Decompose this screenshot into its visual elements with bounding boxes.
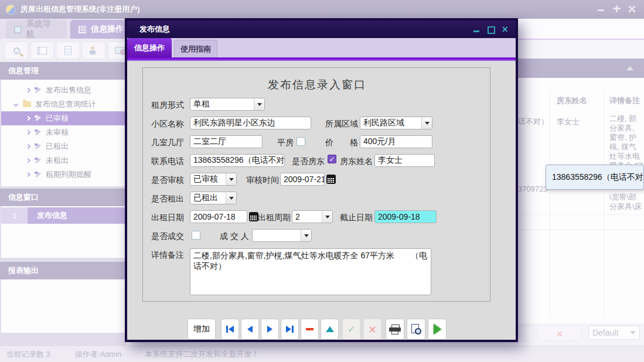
preview-icon [411, 324, 421, 334]
add-button[interactable]: 增加 [188, 319, 216, 340]
label-is-landlord: 是否房东 [292, 156, 325, 167]
calendar-icon[interactable] [326, 175, 336, 184]
previous-icon [247, 326, 253, 333]
rent-type-select[interactable]: 单租 [190, 98, 265, 111]
x-icon: × [368, 323, 376, 335]
label-dealer: 成 交 人 [220, 231, 249, 242]
bungalow-checkbox[interactable] [297, 137, 305, 146]
label-price: 价 格 [325, 138, 358, 148]
label-rent-type: 租房形式 [151, 100, 184, 111]
play-icon [434, 324, 441, 334]
dialog-titlebar: 发布信息 × [127, 21, 516, 38]
label-review-time: 审核时间 [246, 175, 279, 186]
up-triangle-icon [326, 326, 334, 332]
cancel-button[interactable]: × [363, 319, 381, 340]
dialog-title: 发布信息 [139, 24, 170, 35]
minus-icon [306, 328, 314, 330]
rented-select[interactable]: 已租出 [190, 192, 237, 204]
rooms-input[interactable]: 二室二厅 [190, 135, 263, 148]
price-input[interactable]: 400元/月 [360, 135, 432, 148]
remarks-textarea[interactable]: 二楼,部分家具,窗帘,护榥,煤气灶等水电暖齐全 67平方米 （电话不对） [190, 248, 431, 295]
dropdown-arrow-icon[interactable] [322, 211, 332, 223]
form-title: 发布信息录入窗口 [143, 77, 491, 93]
dropdown-arrow-icon[interactable] [254, 98, 264, 110]
reviewed-select[interactable]: 已审核 [190, 173, 237, 186]
landlord-name-input[interactable]: 李女士 [374, 154, 435, 167]
label-phone: 联系电话 [151, 156, 184, 167]
entry-form-panel: 发布信息录入窗口 租房形式 单租 小区名称 利民东路明星小区东边 所属区域 利民… [142, 67, 490, 302]
dialog-close-icon[interactable]: × [501, 26, 509, 33]
dialog-minimize-icon[interactable] [473, 26, 481, 33]
confirm-button[interactable]: ✓ [342, 319, 360, 340]
label-end-date: 截止日期 [340, 213, 373, 223]
next-icon [267, 326, 272, 333]
dialog-maximize-icon[interactable] [487, 26, 495, 33]
print-button[interactable] [386, 319, 404, 340]
phone-input[interactable]: 13863558296（电话不对） [190, 154, 285, 167]
dropdown-arrow-icon[interactable] [226, 173, 236, 185]
edit-record-button[interactable] [321, 319, 339, 340]
end-date-input[interactable]: 2009-09-18 [374, 210, 437, 223]
printer-icon [389, 325, 401, 334]
publish-info-dialog: 发布信息 × 信息操作 使用指南 发布信息录入窗口 租房形式 单租 小区名称 利… [125, 18, 518, 342]
phone-tooltip: 13863558296（电话不对） [546, 165, 644, 190]
last-record-button[interactable] [281, 319, 299, 340]
delete-record-button[interactable] [301, 319, 319, 340]
prev-record-button[interactable] [241, 319, 259, 340]
dialog-tab-guide[interactable]: 使用指南 [174, 40, 217, 57]
rent-date-input[interactable]: 2009-07-18 [190, 210, 247, 223]
dropdown-arrow-icon[interactable] [301, 230, 311, 241]
label-remarks: 详情备注 [151, 250, 184, 261]
first-icon [226, 326, 228, 333]
label-deal-done: 是否成交 [151, 231, 184, 242]
label-rooms: 几室几厅 [151, 138, 184, 148]
first-record-button[interactable] [221, 319, 239, 340]
label-region: 所属区域 [325, 119, 358, 129]
calendar-icon[interactable] [249, 212, 258, 221]
is-landlord-checkbox[interactable]: ✓ [328, 155, 336, 163]
community-input[interactable]: 利民东路明星小区东边 [190, 117, 311, 129]
check-icon: ✓ [347, 323, 355, 335]
dialog-tabstrip: 信息操作 使用指南 [127, 38, 516, 57]
print-preview-button[interactable] [407, 319, 425, 340]
region-select[interactable]: 利民路区域 [360, 117, 432, 129]
dialog-tab-info-ops[interactable]: 信息操作 [127, 38, 172, 57]
tab-underline-light [127, 60, 516, 61]
last-icon [286, 326, 291, 333]
label-rented: 是否租出 [151, 194, 184, 204]
label-rent-period: 出租周期 [258, 213, 291, 223]
dealer-select[interactable] [252, 229, 312, 242]
dropdown-arrow-icon[interactable] [226, 192, 236, 204]
review-time-input[interactable]: 2009-07-21 [280, 173, 325, 186]
dropdown-arrow-icon[interactable] [421, 117, 432, 129]
check-icon: ✓ [329, 155, 335, 163]
label-reviewed: 是否审核 [151, 175, 184, 186]
run-button[interactable] [428, 319, 447, 340]
label-landlord-name: 房东姓名 [340, 156, 373, 167]
rent-period-select[interactable]: 2 [292, 210, 333, 223]
deal-done-checkbox[interactable] [192, 231, 200, 240]
label-community: 小区名称 [151, 119, 184, 129]
app-window: 房屋出租信息管理系统(非注册用户) 系统导航 信息操作 信息管理 [0, 0, 644, 362]
label-rent-date: 出租日期 [151, 213, 184, 223]
label-bungalow: 平房 [277, 138, 294, 148]
next-record-button[interactable] [261, 319, 279, 340]
